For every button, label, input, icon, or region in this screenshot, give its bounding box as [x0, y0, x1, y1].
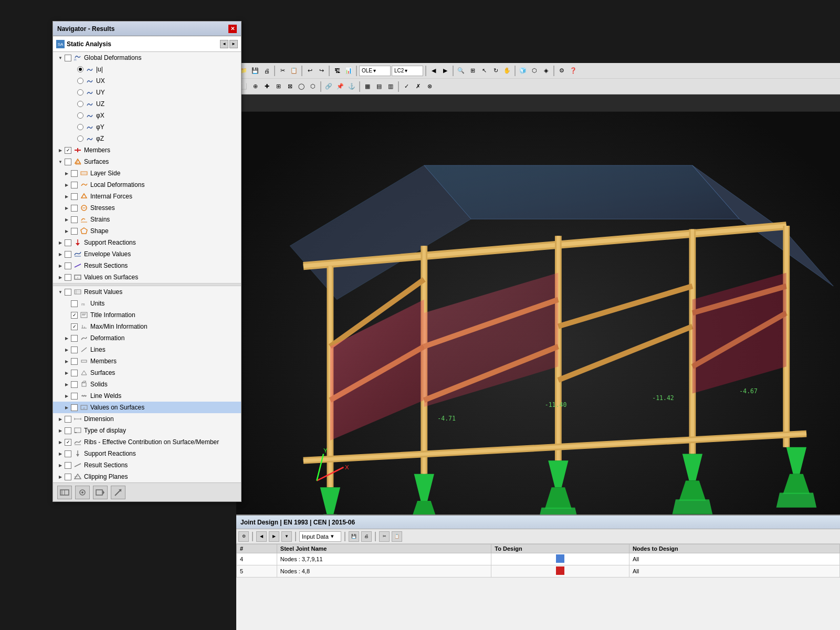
- check-support-reactions[interactable]: [65, 239, 71, 246]
- tree-item-phiy[interactable]: φY: [53, 121, 241, 133]
- tree-item-uz[interactable]: UZ: [53, 98, 241, 110]
- expand-stresses[interactable]: [64, 205, 70, 211]
- expand-deformation[interactable]: [64, 335, 70, 341]
- tree-item-maxmin-information[interactable]: Max/Min Information: [53, 321, 241, 332]
- radio-phiz[interactable]: [77, 135, 83, 142]
- bp-copy-button[interactable]: 📋: [392, 531, 402, 542]
- wireframe-icon[interactable]: ⬡: [529, 66, 540, 76]
- check-units[interactable]: [71, 300, 78, 307]
- tool7-icon[interactable]: ⬡: [308, 81, 318, 92]
- check2-icon[interactable]: ✗: [413, 81, 423, 92]
- tree-item-title-information[interactable]: Title Information: [53, 309, 241, 321]
- check-stresses[interactable]: [71, 205, 78, 212]
- tree-item-phix[interactable]: φX: [53, 110, 241, 121]
- expand-local-deformations[interactable]: [64, 182, 70, 188]
- redo-icon[interactable]: ↪: [316, 66, 327, 76]
- tree-item-support-reactions2[interactable]: Support Reactions: [53, 448, 241, 459]
- expand-strains[interactable]: [64, 216, 70, 223]
- undo-icon[interactable]: ↩: [304, 66, 315, 76]
- expand-internal-forces[interactable]: [64, 193, 70, 200]
- check-internal-forces[interactable]: [71, 193, 78, 200]
- expand-type-of-display[interactable]: [57, 427, 64, 434]
- tree-item-line-welds[interactable]: Line Welds: [53, 390, 241, 402]
- tree-item-lines[interactable]: Lines: [53, 344, 241, 355]
- nav-next-icon[interactable]: ▶: [440, 66, 450, 76]
- expand-shape[interactable]: [64, 228, 70, 234]
- tool6-icon[interactable]: ◯: [296, 81, 307, 92]
- expand-solids[interactable]: [64, 381, 70, 387]
- check-result-sections2[interactable]: [65, 462, 71, 469]
- tree-item-result-values[interactable]: Result Values: [53, 286, 241, 298]
- nav-view-button[interactable]: [75, 486, 90, 499]
- expand-envelope-values[interactable]: [57, 251, 64, 257]
- bp-print-button[interactable]: 🖨: [361, 531, 372, 542]
- select-icon[interactable]: ↖: [479, 66, 489, 76]
- settings-icon[interactable]: ⚙: [556, 66, 567, 76]
- nav-video-button[interactable]: [93, 486, 108, 499]
- print-icon[interactable]: 🖨: [261, 66, 272, 76]
- snap3-icon[interactable]: ⚓: [346, 81, 357, 92]
- radio-uy[interactable]: [77, 89, 83, 96]
- expand-members[interactable]: [57, 147, 64, 153]
- tool3-icon[interactable]: ✚: [261, 81, 272, 92]
- row2-to-design[interactable]: [491, 565, 629, 578]
- bp-settings-button[interactable]: ⚙: [238, 531, 249, 542]
- radio-u[interactable]: [77, 66, 83, 72]
- 3d-icon[interactable]: 🧊: [518, 66, 528, 76]
- nav-results-button[interactable]: [57, 486, 72, 499]
- expand-surfaces2[interactable]: [64, 370, 70, 376]
- layer2-icon[interactable]: ▤: [374, 81, 384, 92]
- tool4-icon[interactable]: ⊞: [273, 81, 284, 92]
- tree-item-support-reactions[interactable]: Support Reactions: [53, 237, 241, 248]
- expand-result-sections2[interactable]: [57, 462, 64, 468]
- expand-lines[interactable]: [64, 346, 70, 353]
- bp-next-button[interactable]: ▶: [269, 531, 279, 542]
- tool5-icon[interactable]: ⊠: [285, 81, 295, 92]
- check-lines[interactable]: [71, 346, 78, 353]
- bp-prev-button[interactable]: ◀: [256, 531, 267, 542]
- check-solids[interactable]: [71, 381, 78, 388]
- copy-icon[interactable]: 📋: [289, 66, 299, 76]
- tree-item-stresses[interactable]: Stresses: [53, 202, 241, 214]
- expand-result-sections[interactable]: [57, 262, 64, 269]
- expand-ribs[interactable]: [57, 439, 64, 445]
- check-clipping-planes[interactable]: [65, 474, 71, 480]
- check-shape[interactable]: [71, 228, 78, 235]
- model-icon[interactable]: 🏗: [332, 66, 342, 76]
- check-result-sections[interactable]: [65, 262, 71, 269]
- radio-ux[interactable]: [77, 78, 83, 84]
- check-envelope-values[interactable]: [65, 251, 71, 258]
- tree-item-ribs[interactable]: Ribs - Effective Contribution on Surface…: [53, 436, 241, 448]
- selector-next-button[interactable]: ►: [229, 40, 238, 48]
- expand-members2[interactable]: [64, 358, 70, 364]
- expand-layer-side[interactable]: [64, 170, 70, 176]
- check-type-of-display[interactable]: [65, 427, 71, 434]
- cut-icon[interactable]: ✂: [277, 66, 288, 76]
- tree-item-result-sections2[interactable]: Result Sections: [53, 459, 241, 471]
- tree-item-envelope-values[interactable]: Envelope Values: [53, 248, 241, 260]
- check-support-reactions2[interactable]: [65, 450, 71, 457]
- rotate-icon[interactable]: ↻: [490, 66, 501, 76]
- tree-item-internal-forces[interactable]: Internal Forces: [53, 191, 241, 202]
- tree-item-values-on-surfaces[interactable]: × Values on Surfaces: [53, 271, 241, 283]
- expand-result-values[interactable]: [57, 289, 64, 295]
- tree-item-units[interactable]: m Units: [53, 298, 241, 309]
- expand-values-on-surfaces2[interactable]: [64, 404, 70, 411]
- check-result-values[interactable]: [65, 289, 71, 296]
- check1-icon[interactable]: ✓: [401, 81, 412, 92]
- tree-item-surfaces2[interactable]: Surfaces: [53, 367, 241, 379]
- expand-clipping-planes[interactable]: [57, 474, 64, 480]
- pan-icon[interactable]: ✋: [502, 66, 512, 76]
- check-dimension[interactable]: [65, 416, 71, 423]
- check-surfaces2[interactable]: [71, 370, 78, 376]
- check-members2[interactable]: [71, 358, 78, 365]
- check3-icon[interactable]: ⊗: [424, 81, 435, 92]
- tree-item-global-deformations[interactable]: Π Global Deformations: [53, 52, 241, 64]
- tree-item-values-on-surfaces2[interactable]: σ Values on Surfaces: [53, 402, 241, 413]
- layer3-icon[interactable]: ▥: [385, 81, 396, 92]
- tree-item-surfaces[interactable]: Surfaces: [53, 156, 241, 167]
- save-icon[interactable]: 💾: [250, 66, 260, 76]
- check-members[interactable]: [65, 147, 71, 154]
- navigator-close-button[interactable]: ✕: [228, 25, 237, 33]
- render-icon[interactable]: ◈: [541, 66, 551, 76]
